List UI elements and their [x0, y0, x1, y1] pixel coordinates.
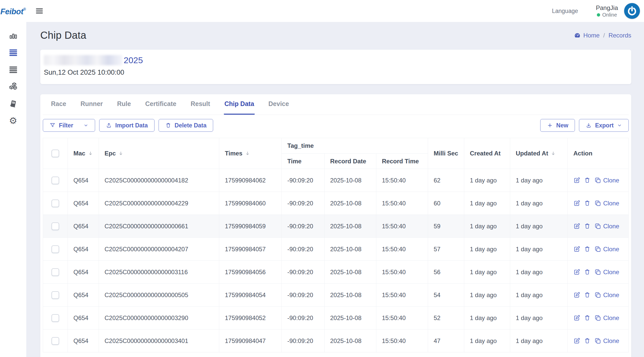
cell-record-date: 2025-10-08	[325, 329, 376, 352]
sort-desc-icon[interactable]	[551, 151, 556, 156]
cell-record-date: 2025-10-08	[325, 307, 376, 329]
tab-result[interactable]: Result	[190, 100, 211, 115]
select-all-checkbox[interactable]	[51, 150, 59, 157]
sort-desc-icon[interactable]	[118, 151, 123, 156]
sort-desc-icon[interactable]	[88, 151, 93, 156]
trash-icon[interactable]	[584, 177, 591, 184]
import-data-button[interactable]: Import Data	[99, 119, 154, 132]
sidebar-item-settings[interactable]: ⚙	[8, 116, 18, 125]
edit-icon[interactable]	[573, 177, 580, 184]
clone-icon[interactable]	[594, 292, 601, 298]
clone-label[interactable]: Clone	[603, 314, 619, 322]
sidebar-item-records[interactable]	[8, 48, 18, 57]
clone-label[interactable]: Clone	[603, 337, 619, 345]
clone-label[interactable]: Clone	[603, 292, 619, 299]
row-checkbox[interactable]	[51, 291, 59, 299]
clone-icon[interactable]	[594, 200, 601, 207]
cell-mac: Q654	[68, 169, 99, 192]
clone-icon[interactable]	[594, 223, 601, 230]
tab-race[interactable]: Race	[50, 100, 67, 115]
row-checkbox[interactable]	[51, 200, 59, 207]
edit-icon[interactable]	[573, 246, 580, 253]
column-header-epc[interactable]: Epc	[99, 138, 219, 169]
new-button[interactable]: New	[540, 119, 575, 132]
tab-rule[interactable]: Rule	[117, 100, 131, 115]
table-row: Q654 C2025C000000000000004229 1759909840…	[43, 192, 629, 215]
row-checkbox[interactable]	[51, 314, 59, 322]
clone-icon[interactable]	[594, 269, 601, 275]
edit-icon[interactable]	[573, 292, 580, 298]
clone-icon[interactable]	[594, 337, 601, 344]
breadcrumb-home[interactable]: Home	[583, 32, 600, 39]
column-header-times[interactable]: Times	[219, 138, 282, 169]
cell-milli-sec: 59	[428, 215, 464, 238]
clone-icon[interactable]	[594, 177, 601, 184]
cell-updated-at: 1 day ago	[510, 215, 568, 238]
language-menu[interactable]: Language	[552, 8, 578, 15]
cell-updated-at: 1 day ago	[510, 307, 568, 329]
row-checkbox[interactable]	[51, 337, 59, 345]
trash-icon[interactable]	[584, 292, 591, 298]
tab-runner[interactable]: Runner	[80, 100, 104, 115]
table-row: Q654 C2025C000000000000000505 1759909840…	[43, 284, 629, 307]
row-checkbox[interactable]	[51, 177, 59, 184]
table-row: Q654 C2025C000000000000003116 1759909840…	[43, 261, 629, 284]
tab-chip-data[interactable]: Chip Data	[224, 100, 255, 115]
cell-mac: Q654	[68, 261, 99, 284]
sidebar-item-list[interactable]	[8, 65, 18, 74]
trash-icon[interactable]	[584, 246, 591, 253]
column-header-mac[interactable]: Mac	[68, 138, 99, 169]
trash-icon[interactable]	[584, 337, 591, 344]
clone-icon[interactable]	[594, 246, 601, 253]
clone-label[interactable]: Clone	[603, 269, 619, 276]
cell-mac: Q654	[68, 238, 99, 261]
cell-milli-sec: 52	[428, 307, 464, 329]
row-checkbox[interactable]	[51, 222, 59, 230]
cubes-icon	[9, 82, 18, 91]
clone-label[interactable]: Clone	[603, 200, 619, 207]
user-menu[interactable]: PangJia Online	[596, 4, 618, 18]
sidebar-item-docs[interactable]	[8, 99, 18, 108]
brand-logo[interactable]: Feibot®	[1, 7, 26, 16]
trash-icon[interactable]	[584, 269, 591, 275]
menu-lines-icon	[9, 48, 18, 57]
clone-icon[interactable]	[594, 314, 601, 321]
online-label: Online	[602, 12, 617, 18]
edit-icon[interactable]	[573, 314, 580, 321]
cell-epc: C2025C000000000000004182	[99, 169, 219, 192]
clone-label[interactable]: Clone	[603, 246, 619, 253]
race-title-link[interactable]: 2025	[44, 55, 625, 65]
cell-action: Clone	[568, 238, 629, 261]
row-select-cell	[43, 169, 68, 192]
export-button[interactable]: Export	[579, 119, 629, 132]
brand-name: Feibot	[1, 7, 23, 16]
row-select-cell	[43, 215, 68, 238]
tab-device[interactable]: Device	[268, 100, 290, 115]
edit-icon[interactable]	[573, 337, 580, 344]
filter-button[interactable]: Filter	[43, 119, 95, 132]
clone-label[interactable]: Clone	[603, 223, 619, 230]
cell-time: -90:09:20	[282, 261, 325, 284]
avatar[interactable]	[624, 3, 640, 19]
cell-time: -90:09:20	[282, 169, 325, 192]
sort-desc-icon[interactable]	[245, 151, 250, 156]
cell-mac: Q654	[68, 307, 99, 329]
sidebar-item-modules[interactable]	[8, 82, 18, 91]
clone-label[interactable]: Clone	[603, 177, 619, 184]
trash-icon[interactable]	[584, 314, 591, 321]
edit-icon[interactable]	[573, 269, 580, 275]
sidebar-nav: ⚙	[8, 31, 18, 134]
column-header-updated-at[interactable]: Updated At	[510, 138, 568, 169]
row-checkbox[interactable]	[51, 268, 59, 276]
edit-icon[interactable]	[573, 223, 580, 230]
menu-toggle-button[interactable]	[35, 7, 44, 15]
delete-data-button[interactable]: Delete Data	[159, 119, 213, 132]
trash-icon[interactable]	[584, 223, 591, 230]
sidebar-item-statistics[interactable]	[8, 31, 18, 40]
tab-certificate[interactable]: Certificate	[145, 100, 177, 115]
edit-icon[interactable]	[573, 200, 580, 207]
breadcrumb-current[interactable]: Records	[609, 32, 631, 39]
trash-icon[interactable]	[584, 200, 591, 207]
cell-record-date: 2025-10-08	[325, 238, 376, 261]
row-checkbox[interactable]	[51, 245, 59, 253]
